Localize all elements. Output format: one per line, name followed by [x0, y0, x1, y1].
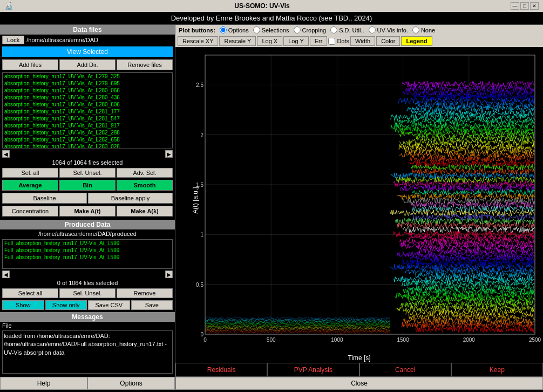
file-list[interactable]: absorption_history_run17_UV-Vis_At_L279_… [2, 72, 173, 148]
produced-list-item[interactable]: Full_absorption_history_run17_UV-Vis_At_… [3, 247, 172, 254]
sel-unsel-button[interactable]: Sel. Unsel. [59, 168, 116, 178]
legend-button[interactable]: Legend [401, 36, 432, 46]
pvp-analysis-button[interactable]: PVP Analysis [267, 363, 359, 377]
scroll-left-arrow[interactable]: ◀ [2, 150, 10, 158]
file-list-item[interactable]: absorption_history_run17_UV-Vis_At_L281_… [3, 122, 172, 129]
bin-button[interactable]: Bin [59, 180, 116, 191]
scroll-right-arrow[interactable]: ▶ [165, 150, 173, 158]
add-dir-button[interactable]: Add Dir. [59, 59, 116, 70]
plot-buttons-row: Plot buttons: Options Selections Croppin… [175, 25, 543, 35]
y-axis-label: A(t) [a.u.] [192, 187, 199, 213]
radio-cropping[interactable]: Cropping [294, 26, 327, 33]
produced-list[interactable]: Full_absorption_history_run17_UV-Vis_At_… [2, 239, 173, 269]
produced-header: Produced Data [0, 220, 175, 229]
messages-area: loaded from /home/ultrascan/emre/DAD: /h… [2, 330, 173, 374]
sel-unsel2-button[interactable]: Sel. Unsel. [59, 288, 116, 298]
show-only-button[interactable]: Show only [45, 300, 87, 310]
lock-row: Lock /home/ultrascan/emre/DAD [0, 35, 175, 45]
baseline-apply-button[interactable]: Baseline apply [88, 193, 173, 204]
cancel-button[interactable]: Cancel [359, 363, 451, 377]
err-button[interactable]: Err [310, 36, 328, 46]
log-x-button[interactable]: Log X [257, 36, 282, 46]
view-selected-button[interactable]: View Selected [2, 46, 173, 57]
options-button[interactable]: Options [87, 377, 175, 390]
prod-scroll-right[interactable]: ▶ [165, 271, 173, 278]
produced-list-item[interactable]: Full_absorption_history_run17_UV-Vis_At_… [3, 240, 172, 247]
close-button[interactable]: ✕ [530, 2, 539, 10]
file-list-item[interactable]: absorption_history_run17_UV-Vis_At_L280_… [3, 87, 172, 94]
file-list-item[interactable]: absorption_history_run17_UV-Vis_At_L280_… [3, 94, 172, 101]
file-list-item[interactable]: absorption_history_run17_UV-Vis_At_L279_… [3, 73, 172, 80]
prod-sel-buttons: Select all Sel. Unsel. Remove [2, 288, 173, 298]
file-list-item[interactable]: absorption_history_run17_UV-Vis_At_L282_… [3, 136, 172, 143]
produced-count: 0 of 1064 files selected [0, 279, 175, 287]
remove-button[interactable]: Remove [117, 288, 173, 298]
remove-files-button[interactable]: Remove files [117, 59, 173, 70]
baseline-row: Baseline Baseline apply [2, 193, 173, 204]
width-button[interactable]: Width [350, 36, 375, 46]
subtitle: Developed by Emre Brookes and Mattia Roc… [0, 12, 543, 25]
radio-none[interactable]: None [412, 26, 435, 33]
lock-button[interactable]: Lock [2, 36, 24, 44]
color-button[interactable]: Color [376, 36, 400, 46]
file-buttons-row: Add files Add Dir. Remove files [2, 59, 173, 70]
rescale-y-button[interactable]: Rescale Y [219, 36, 256, 46]
maximize-button[interactable]: □ [520, 2, 529, 10]
plot-area: A(t) [a.u.] [175, 47, 543, 353]
file-list-item[interactable]: absorption_history_run17_UV-Vis_At_L282_… [3, 129, 172, 136]
window-title: US-SOMO: UV-Vis [13, 2, 511, 10]
messages-header: Messages [0, 312, 175, 322]
log-y-button[interactable]: Log Y [283, 36, 309, 46]
data-files-header: Data files [0, 25, 175, 35]
app-icon: 🔬 [4, 2, 13, 10]
x-axis-label: Time [s] [348, 354, 370, 362]
file-list-item[interactable]: absorption_history_run17_UV-Vis_At_L283_… [3, 143, 172, 148]
minimize-button[interactable]: — [511, 2, 519, 10]
window-controls: — □ ✕ [511, 2, 539, 10]
radio-options[interactable]: Options [220, 26, 249, 33]
main-layout: Data files Lock /home/ultrascan/emre/DAD… [0, 25, 543, 390]
adv-sel-button[interactable]: Adv. Sel. [117, 168, 173, 178]
average-button[interactable]: Average [2, 180, 58, 191]
save-button[interactable]: Save [131, 300, 173, 310]
rescale-xy-button[interactable]: Rescale XY [178, 36, 218, 46]
file-list-item[interactable]: absorption_history_run17_UV-Vis_At_L280_… [3, 101, 172, 108]
left-panel: Data files Lock /home/ultrascan/emre/DAD… [0, 25, 175, 390]
very-bottom-bar: Close [175, 377, 543, 390]
dots-checkbox[interactable]: Dots [328, 38, 349, 45]
file-list-item[interactable]: absorption_history_run17_UV-Vis_At_L281_… [3, 115, 172, 122]
smooth-button[interactable]: Smooth [117, 180, 173, 191]
concentration-row: Concentration Make A(t) Make A(λ) [2, 206, 173, 217]
file-list-item[interactable]: absorption_history_run17_UV-Vis_At_L279_… [3, 80, 172, 87]
produced-list-item[interactable]: Full_absorption_history_run17_UV-Vis_At_… [3, 254, 172, 261]
close-button-bottom[interactable]: Close [175, 377, 543, 390]
produced-path: /home/ultrascan/emre/DAD/produced [0, 229, 175, 238]
make-al-button[interactable]: Make A(λ) [117, 206, 173, 217]
file-list-item[interactable]: absorption_history_run17_UV-Vis_At_L281_… [3, 108, 172, 115]
toolbar-row: Rescale XY Rescale Y Log X Log Y Err Dot… [175, 35, 543, 47]
make-at-button[interactable]: Make A(t) [59, 206, 116, 217]
radio-selections[interactable]: Selections [253, 26, 289, 33]
radio-sd-util[interactable]: S.D. Util.. [330, 26, 364, 33]
add-files-button[interactable]: Add files [2, 59, 58, 70]
radio-uv-vis-info[interactable]: UV-Vis info. [369, 26, 408, 33]
action-buttons-row: Average Bin Smooth [2, 180, 173, 191]
baseline-button[interactable]: Baseline [2, 193, 87, 204]
path-label: /home/ultrascan/emre/DAD [26, 37, 173, 43]
concentration-button[interactable]: Concentration [2, 206, 58, 217]
prod-scroll-left[interactable]: ◀ [2, 271, 10, 278]
selection-count: 1064 of 1064 files selected [0, 158, 175, 167]
plot-buttons-label: Plot buttons: [179, 27, 215, 33]
help-button[interactable]: Help [0, 377, 87, 390]
save-csv-button[interactable]: Save CSV [88, 300, 130, 310]
show-button[interactable]: Show [2, 300, 44, 310]
select-all-button[interactable]: Select all [2, 288, 58, 298]
sel-buttons-row: Sel. all Sel. Unsel. Adv. Sel. [2, 168, 173, 178]
sel-all-button[interactable]: Sel. all [2, 168, 58, 178]
keep-button[interactable]: Keep [451, 363, 543, 377]
bottom-action-bar: Residuals PVP Analysis Cancel Keep [175, 363, 543, 377]
residuals-button[interactable]: Residuals [175, 363, 267, 377]
right-panel: Plot buttons: Options Selections Croppin… [175, 25, 543, 390]
file-scroll: ◀ ▶ [2, 150, 173, 158]
show-buttons: Show Show only Save CSV Save [2, 300, 173, 310]
